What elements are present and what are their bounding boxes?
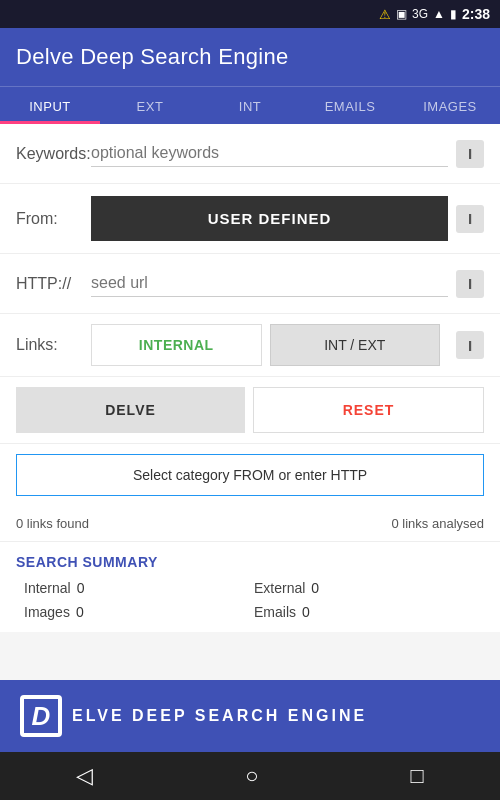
internal-summary: Internal 0 <box>24 580 254 596</box>
internal-button[interactable]: INTERNAL <box>91 324 262 366</box>
seed-url-input[interactable] <box>91 270 448 297</box>
alert-message: Select category FROM or enter HTTP <box>16 454 484 496</box>
images-summary: Images 0 <box>24 604 254 620</box>
int-ext-button[interactable]: INT / EXT <box>270 324 441 366</box>
sim-icon: ▣ <box>396 7 407 21</box>
app-footer: D ELVE DEEP SEARCH ENGINE <box>0 680 500 752</box>
from-info-button[interactable]: I <box>456 205 484 233</box>
http-info-button[interactable]: I <box>456 270 484 298</box>
http-input-area: I <box>91 270 484 298</box>
internal-value: 0 <box>77 580 85 596</box>
links-info-button[interactable]: I <box>456 331 484 359</box>
tab-emails[interactable]: EMAILS <box>300 87 400 124</box>
status-bar: ⚠ ▣ 3G ▲ ▮ 2:38 <box>0 0 500 28</box>
summary-section: SEARCH SUMMARY Internal 0 External 0 Ima… <box>0 542 500 632</box>
home-button[interactable]: ○ <box>245 763 258 789</box>
footer-brand-text: ELVE DEEP SEARCH ENGINE <box>72 707 367 725</box>
stats-row: 0 links found 0 links analysed <box>0 506 500 542</box>
from-input-area: USER DEFINED I <box>91 196 484 241</box>
recent-button[interactable]: □ <box>411 763 424 789</box>
reset-button[interactable]: RESET <box>253 387 484 433</box>
internal-label: Internal <box>24 580 71 596</box>
summary-grid: Internal 0 External 0 Images 0 Emails 0 <box>16 580 484 620</box>
warning-icon: ⚠ <box>379 7 391 22</box>
emails-value: 0 <box>302 604 310 620</box>
battery-icon: ▮ <box>450 7 457 21</box>
images-label: Images <box>24 604 70 620</box>
links-label: Links: <box>16 336 91 354</box>
links-found-stat: 0 links found <box>16 516 89 531</box>
images-value: 0 <box>76 604 84 620</box>
delve-button[interactable]: DELVE <box>16 387 245 433</box>
main-content: Keywords: I From: USER DEFINED I HTTP://… <box>0 124 500 632</box>
tab-int[interactable]: INT <box>200 87 300 124</box>
time-display: 2:38 <box>462 6 490 22</box>
links-options: INTERNAL INT / EXT I <box>91 324 484 366</box>
tab-input[interactable]: INPUT <box>0 87 100 124</box>
summary-title: SEARCH SUMMARY <box>16 554 484 570</box>
keywords-info-button[interactable]: I <box>456 140 484 168</box>
external-summary: External 0 <box>254 580 484 596</box>
network-type: 3G <box>412 7 428 21</box>
emails-summary: Emails 0 <box>254 604 484 620</box>
emails-label: Emails <box>254 604 296 620</box>
user-defined-button[interactable]: USER DEFINED <box>91 196 448 241</box>
action-row: DELVE RESET <box>0 377 500 444</box>
external-label: External <box>254 580 305 596</box>
footer-logo: D ELVE DEEP SEARCH ENGINE <box>20 695 367 737</box>
tab-images[interactable]: IMAGES <box>400 87 500 124</box>
back-button[interactable]: ◁ <box>76 763 93 789</box>
http-row: HTTP:// I <box>0 254 500 314</box>
external-value: 0 <box>311 580 319 596</box>
keywords-input[interactable] <box>91 140 448 167</box>
footer-d-icon: D <box>20 695 62 737</box>
from-label: From: <box>16 210 91 228</box>
from-row: From: USER DEFINED I <box>0 184 500 254</box>
app-header: Delve Deep Search Engine <box>0 28 500 86</box>
signal-icon: ▲ <box>433 7 445 21</box>
keywords-row: Keywords: I <box>0 124 500 184</box>
links-analysed-stat: 0 links analysed <box>392 516 485 531</box>
links-row: Links: INTERNAL INT / EXT I <box>0 314 500 377</box>
keywords-input-area: I <box>91 140 484 168</box>
tab-bar: INPUT EXT INT EMAILS IMAGES <box>0 86 500 124</box>
http-label: HTTP:// <box>16 275 91 293</box>
app-title: Delve Deep Search Engine <box>16 44 289 69</box>
keywords-label: Keywords: <box>16 145 91 163</box>
tab-ext[interactable]: EXT <box>100 87 200 124</box>
nav-bar: ◁ ○ □ <box>0 752 500 800</box>
